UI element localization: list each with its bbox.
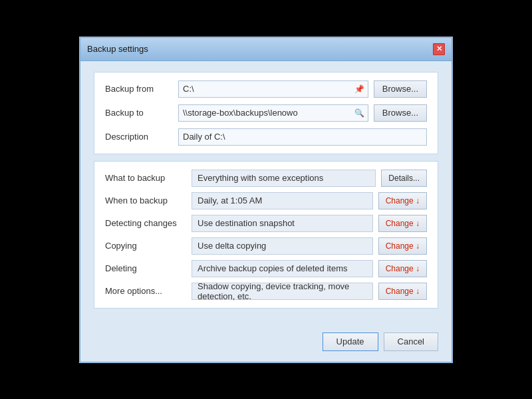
copying-change-button[interactable]: Change ↓ (378, 237, 427, 255)
detecting-changes-row: Detecting changes Use destination snapsh… (105, 215, 427, 232)
description-input-wrap (178, 128, 427, 146)
dialog-body: Backup from 📌 Browse... Backup to 🔍 Brow… (80, 61, 452, 326)
description-label: Description (105, 132, 178, 142)
deleting-change-button[interactable]: Change ↓ (378, 260, 427, 277)
when-to-backup-label: When to backup (105, 196, 192, 205)
backup-from-browse-button[interactable]: Browse... (374, 80, 427, 98)
more-options-row: More options... Shadow copying, device t… (105, 283, 427, 300)
what-to-backup-value: Everything with some exceptions (192, 170, 376, 187)
backup-from-label: Backup from (105, 84, 178, 94)
title-bar: Backup settings ✕ (80, 38, 452, 61)
copying-value: Use delta copying (192, 237, 373, 255)
copying-label: Copying (105, 241, 192, 251)
dialog-footer: Update Cancel (80, 326, 452, 362)
backup-to-row: Backup to 🔍 Browse... (105, 104, 427, 122)
backup-from-input[interactable] (178, 80, 368, 98)
description-row: Description (105, 128, 427, 146)
search-icon: 🔍 (354, 108, 364, 118)
update-button[interactable]: Update (323, 332, 378, 351)
backup-from-row: Backup from 📌 Browse... (105, 80, 427, 98)
when-to-backup-change-button[interactable]: Change ↓ (378, 192, 427, 209)
backup-to-input[interactable] (178, 104, 368, 122)
what-to-backup-details-button[interactable]: Details... (381, 170, 427, 187)
cancel-button[interactable]: Cancel (384, 332, 438, 351)
deleting-value: Archive backup copies of deleted items (192, 260, 373, 277)
detecting-changes-label: Detecting changes (105, 218, 192, 228)
what-to-backup-row: What to backup Everything with some exce… (105, 170, 427, 187)
backup-from-input-wrap: 📌 (178, 80, 368, 98)
deleting-row: Deleting Archive backup copies of delete… (105, 260, 427, 277)
backup-settings-dialog: Backup settings ✕ Backup from 📌 Browse..… (80, 37, 452, 362)
settings-section: What to backup Everything with some exce… (94, 161, 438, 309)
more-options-label: More options... (105, 286, 192, 296)
backup-to-browse-button[interactable]: Browse... (374, 104, 427, 122)
copying-row: Copying Use delta copying Change ↓ (105, 237, 427, 255)
pin-icon: 📌 (354, 84, 364, 94)
when-to-backup-value: Daily, at 1:05 AM (192, 192, 373, 209)
dialog-title: Backup settings (87, 44, 148, 54)
deleting-label: Deleting (105, 263, 192, 273)
what-to-backup-label: What to backup (105, 173, 192, 183)
backup-to-label: Backup to (105, 108, 178, 118)
source-section: Backup from 📌 Browse... Backup to 🔍 Brow… (94, 72, 438, 154)
more-options-value: Shadow copying, device tracking, move de… (192, 283, 373, 300)
more-options-change-button[interactable]: Change ↓ (378, 283, 427, 300)
detecting-changes-change-button[interactable]: Change ↓ (378, 215, 427, 232)
when-to-backup-row: When to backup Daily, at 1:05 AM Change … (105, 192, 427, 209)
description-input[interactable] (178, 128, 427, 146)
close-button[interactable]: ✕ (433, 43, 445, 55)
backup-to-input-wrap: 🔍 (178, 104, 368, 122)
detecting-changes-value: Use destination snapshot (192, 215, 373, 232)
